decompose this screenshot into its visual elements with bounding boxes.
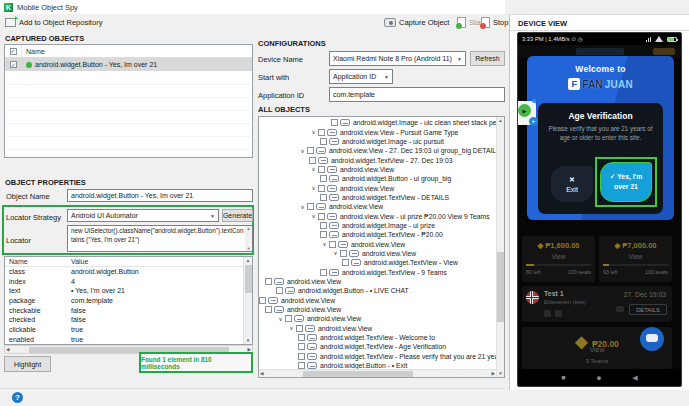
attribute-row[interactable]: packagecom.template xyxy=(5,296,252,306)
locator-scrollbar[interactable]: ▲▼ xyxy=(245,226,252,251)
home-button[interactable]: ● xyxy=(596,373,601,383)
tree-item[interactable]: android.widget.Image - ui prize xyxy=(259,221,496,230)
tree-item[interactable]: android.widget.TextView - ₱20.00 xyxy=(259,230,496,239)
tree-item-checkbox[interactable] xyxy=(342,259,349,266)
match-card[interactable]: Test 1 Eliteserien (test) 27. Dec 19:03 … xyxy=(522,286,672,322)
expand-chevron-icon[interactable]: ∨ xyxy=(276,316,285,322)
tree-item[interactable]: android.widget.Image - uic clean sheet s… xyxy=(259,118,496,127)
device-screen[interactable]: 3:33 PM | 1.4MB/s ∅ ◷ Welcome to F F xyxy=(517,32,682,387)
tree-item[interactable]: android.view.View xyxy=(259,305,496,314)
expand-chevron-icon[interactable]: ∨ xyxy=(320,241,329,247)
application-id-input[interactable]: com.template xyxy=(329,87,505,102)
expand-chevron-icon[interactable]: ∨ xyxy=(309,129,318,135)
tree-item[interactable]: android.widget.Button - • Exit xyxy=(259,361,496,369)
recents-button[interactable]: ■ xyxy=(561,374,565,381)
add-to-object-repository-button[interactable]: Add to Object Repository xyxy=(5,18,102,27)
attribute-row[interactable]: index4 xyxy=(5,276,252,286)
tree-item-checkbox[interactable] xyxy=(265,278,272,285)
object-name-input[interactable]: android.widget.Button - Yes, Im over 21 xyxy=(67,189,253,202)
tree-item-checkbox[interactable] xyxy=(318,213,325,220)
attribute-row[interactable]: enabledtrue xyxy=(5,335,252,345)
tree-item-checkbox[interactable] xyxy=(320,269,327,276)
tree-item[interactable]: android.view.View xyxy=(259,296,496,305)
tree-item-checkbox[interactable] xyxy=(318,185,325,192)
view-button[interactable]: View xyxy=(522,253,595,260)
tree-item-checkbox[interactable] xyxy=(320,194,327,201)
capture-object-button[interactable]: Capture Object xyxy=(384,18,449,27)
view-button[interactable]: View xyxy=(599,253,672,260)
tree-item-checkbox[interactable] xyxy=(265,306,272,313)
tree-item[interactable]: ∨android.view.View xyxy=(259,314,496,323)
tree-vertical-scrollbar[interactable]: ▲▼ xyxy=(496,117,504,377)
start-with-dropdown[interactable]: Application ID ▼ xyxy=(329,69,393,84)
attribute-row[interactable]: clickabletrue xyxy=(5,325,252,335)
prize-card[interactable]: ◆ ₱7,000.00View93 left100 seats xyxy=(599,236,672,282)
prize-card[interactable]: ◆ ₱1,600.00View80 left100 seats xyxy=(522,236,595,282)
tree-item[interactable]: android.widget.TextView - Please verify … xyxy=(259,352,496,361)
tree-item-checkbox[interactable] xyxy=(320,138,327,145)
expand-chevron-icon[interactable]: ∨ xyxy=(287,325,296,331)
tree-horizontal-scrollbar[interactable]: ◀▶ xyxy=(259,369,496,377)
tree-item[interactable]: ∨android.view.View - 27. Dec 19:03 ui gr… xyxy=(259,146,496,155)
tree-item-checkbox[interactable] xyxy=(259,297,266,304)
tree-item-checkbox[interactable] xyxy=(296,325,303,332)
tree-item-checkbox[interactable] xyxy=(318,166,325,173)
attribute-row[interactable]: text• Yes, I'm over 21 xyxy=(5,286,252,296)
tree-item[interactable]: ∨android.view.View xyxy=(259,183,496,192)
tree-item[interactable]: android.widget.Button - • LIVE CHAT xyxy=(259,286,496,295)
tree-item-checkbox[interactable] xyxy=(318,129,325,136)
tree-item[interactable]: ∨android.view.View - Pursuit Game Type xyxy=(259,127,496,136)
tree-item-checkbox[interactable] xyxy=(320,231,327,238)
tree-item[interactable]: android.widget.TextView - Age Verificati… xyxy=(259,342,496,351)
tree-item[interactable]: ∨android.view.View xyxy=(259,324,496,333)
expand-chevron-icon[interactable]: ∨ xyxy=(298,204,307,210)
attribute-row[interactable]: classandroid.widget.Button xyxy=(5,267,252,277)
tree-item-checkbox[interactable] xyxy=(298,343,305,350)
tree-item[interactable]: ∨android.view.View xyxy=(259,249,496,258)
tree-item[interactable]: android.widget.TextView - Welcome to xyxy=(259,333,496,342)
tree-item[interactable]: ∨android.view.View xyxy=(259,202,496,211)
locator-strategy-dropdown[interactable]: Android UI Automator ▼ xyxy=(67,209,219,222)
expand-chevron-icon[interactable]: ∨ xyxy=(331,250,340,256)
tree-item[interactable]: ∨android.view.View xyxy=(259,165,496,174)
tree-item[interactable]: android.widget.TextView - DETAILS xyxy=(259,193,496,202)
tree-item[interactable]: android.view.View xyxy=(259,277,496,286)
tree-item-checkbox[interactable] xyxy=(307,147,314,154)
expand-chevron-icon[interactable]: ∨ xyxy=(309,166,318,172)
tree-item[interactable]: android.widget.TextView - 27. Dec 19:03 xyxy=(259,155,496,164)
tree-item[interactable]: ∨android.view.View - ui prize ₱20.00 Vie… xyxy=(259,211,496,220)
tree-item[interactable]: android.widget.Button - ui group_big xyxy=(259,174,496,183)
highlight-button[interactable]: Highlight xyxy=(4,356,51,372)
tree-item[interactable]: ∨android.view.View xyxy=(259,239,496,248)
screen-recorder-overlay-icon[interactable]: ➤ xyxy=(517,101,536,125)
tree-item-checkbox[interactable] xyxy=(329,241,336,248)
attribute-row[interactable]: checkedfalse xyxy=(5,315,252,325)
row-checkbox[interactable]: ✓ xyxy=(10,61,17,68)
attribute-row[interactable]: checkablefalse xyxy=(5,305,252,315)
locator-textarea[interactable]: new UiSelector().className("android.widg… xyxy=(67,225,253,252)
tree-item-checkbox[interactable] xyxy=(320,175,327,182)
attributes-vertical-scrollbar[interactable]: ▲▼ xyxy=(243,257,252,344)
tree-item-checkbox[interactable] xyxy=(285,315,292,322)
generate-button[interactable]: Generate xyxy=(222,209,253,222)
tree-item-checkbox[interactable] xyxy=(320,222,327,229)
expand-chevron-icon[interactable]: ∨ xyxy=(309,213,318,219)
device-name-dropdown[interactable]: Xiaomi Redmi Note 8 Pro (Android 11) ▼ xyxy=(329,51,466,66)
exit-button[interactable]: ✕ Exit xyxy=(551,166,593,202)
back-button[interactable]: ◀ xyxy=(632,374,637,382)
tree-item-checkbox[interactable] xyxy=(309,157,316,164)
chat-fab-button[interactable] xyxy=(640,327,664,351)
stop-button[interactable]: Stop xyxy=(481,17,508,28)
tree-item-checkbox[interactable] xyxy=(340,250,347,257)
refresh-button[interactable]: Refresh xyxy=(470,51,505,66)
tree-item[interactable]: android.widget.Image - uic pursuit xyxy=(259,137,496,146)
details-button[interactable]: DETAILS xyxy=(629,304,667,315)
help-button[interactable]: ? xyxy=(12,392,23,403)
select-all-checkbox[interactable]: ✓ xyxy=(10,48,17,55)
tree-item-checkbox[interactable] xyxy=(298,353,305,360)
expand-chevron-icon[interactable]: ∨ xyxy=(309,185,318,191)
captured-object-row[interactable]: ✓ android.widget.Button - Yes, Im over 2… xyxy=(5,58,252,71)
tree-item-checkbox[interactable] xyxy=(298,362,305,369)
tree-item-checkbox[interactable] xyxy=(331,119,338,126)
name-column-header[interactable]: Name xyxy=(22,48,45,55)
